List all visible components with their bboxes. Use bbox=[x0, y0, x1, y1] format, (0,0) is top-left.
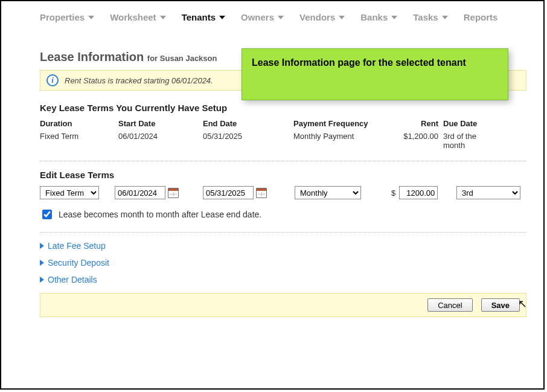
expander-label: Late Fee Setup bbox=[48, 241, 106, 251]
col-rent-header: Rent bbox=[384, 119, 438, 128]
calendar-icon[interactable] bbox=[168, 188, 179, 198]
chevron-down-icon bbox=[339, 16, 345, 19]
nav-label: Tenants bbox=[182, 12, 216, 22]
col-due-header: Due Date bbox=[438, 119, 487, 128]
nav-label: Owners bbox=[241, 12, 274, 22]
expander-label: Security Deposit bbox=[48, 258, 109, 268]
end-date-input[interactable] bbox=[203, 186, 254, 199]
separator bbox=[40, 232, 526, 233]
annotation-callout: Lease Information page for the selected … bbox=[242, 48, 508, 100]
info-icon: i bbox=[46, 74, 59, 86]
duration-select[interactable]: Fixed Term bbox=[40, 186, 99, 199]
info-text: Rent Status is tracked starting 06/01/20… bbox=[65, 76, 213, 85]
nav-label: Banks bbox=[360, 12, 388, 22]
col-start-header: Start Date bbox=[118, 119, 203, 128]
nav-label: Vendors bbox=[299, 12, 335, 22]
chevron-down-icon bbox=[278, 16, 284, 19]
current-terms-heading: Key Lease Terms You Currently Have Setup bbox=[40, 103, 526, 113]
chevron-down-icon bbox=[160, 16, 166, 19]
triangle-right-icon bbox=[40, 277, 44, 283]
val-rent: $1,200.00 bbox=[384, 132, 438, 150]
nav-owners[interactable]: Owners bbox=[241, 12, 284, 22]
nav-banks[interactable]: Banks bbox=[360, 12, 397, 22]
expander-other-details[interactable]: Other Details bbox=[40, 275, 526, 284]
triangle-right-icon bbox=[40, 243, 44, 249]
expander-late-fee[interactable]: Late Fee Setup bbox=[40, 241, 526, 251]
annotation-text: Lease Information page for the selected … bbox=[252, 57, 466, 68]
chevron-down-icon bbox=[391, 16, 397, 19]
triangle-right-icon bbox=[40, 260, 44, 266]
nav-label: Reports bbox=[464, 12, 498, 22]
expanders: Late Fee Setup Security Deposit Other De… bbox=[40, 241, 526, 284]
col-end-header: End Date bbox=[203, 119, 293, 128]
chevron-down-icon bbox=[219, 16, 225, 19]
nav-label: Tasks bbox=[413, 12, 438, 22]
nav-label: Worksheet bbox=[110, 12, 156, 22]
expander-security-deposit[interactable]: Security Deposit bbox=[40, 258, 526, 268]
val-end: 05/31/2025 bbox=[203, 132, 293, 150]
nav-vendors[interactable]: Vendors bbox=[299, 12, 345, 22]
chevron-down-icon bbox=[442, 16, 448, 19]
val-start: 06/01/2024 bbox=[118, 132, 203, 150]
month-to-month-label: Lease becomes month to month after Lease… bbox=[59, 210, 261, 219]
current-terms-table: Duration Start Date End Date Payment Fre… bbox=[40, 119, 526, 150]
chevron-down-icon bbox=[88, 16, 94, 19]
save-button[interactable]: Save bbox=[481, 298, 520, 312]
val-due: 3rd of the month bbox=[438, 132, 487, 150]
edit-terms-form: Fixed Term Monthly $ 3rd bbox=[40, 186, 526, 199]
expander-label: Other Details bbox=[48, 275, 97, 284]
val-duration: Fixed Term bbox=[40, 132, 118, 150]
edit-terms-heading: Edit Lease Terms bbox=[40, 170, 526, 180]
title-tenant: Susan Jackson bbox=[160, 54, 217, 63]
nav-label: Properties bbox=[40, 12, 85, 22]
nav-properties[interactable]: Properties bbox=[40, 12, 94, 22]
top-nav: Properties Worksheet Tenants Owners Vend… bbox=[40, 12, 526, 22]
col-freq-header: Payment Frequency bbox=[293, 119, 384, 128]
nav-reports[interactable]: Reports bbox=[464, 12, 498, 22]
nav-tasks[interactable]: Tasks bbox=[413, 12, 447, 22]
calendar-icon[interactable] bbox=[256, 188, 267, 198]
month-to-month-row: Lease becomes month to month after Lease… bbox=[40, 208, 526, 221]
start-date-input[interactable] bbox=[115, 186, 165, 199]
dollar-sign: $ bbox=[391, 188, 395, 198]
footer-bar: Cancel Save bbox=[40, 293, 526, 317]
payment-frequency-select[interactable]: Monthly bbox=[295, 186, 361, 199]
month-to-month-checkbox[interactable] bbox=[42, 210, 52, 219]
title-main: Lease Information bbox=[40, 50, 144, 63]
title-for: for bbox=[147, 54, 158, 63]
nav-worksheet[interactable]: Worksheet bbox=[110, 12, 165, 22]
separator bbox=[40, 161, 526, 161]
cancel-button[interactable]: Cancel bbox=[427, 298, 472, 312]
val-freq: Monthly Payment bbox=[293, 132, 384, 150]
rent-amount-input[interactable] bbox=[399, 186, 438, 199]
nav-tenants[interactable]: Tenants bbox=[182, 12, 225, 22]
col-duration-header: Duration bbox=[40, 119, 118, 128]
due-date-select[interactable]: 3rd bbox=[456, 186, 520, 199]
